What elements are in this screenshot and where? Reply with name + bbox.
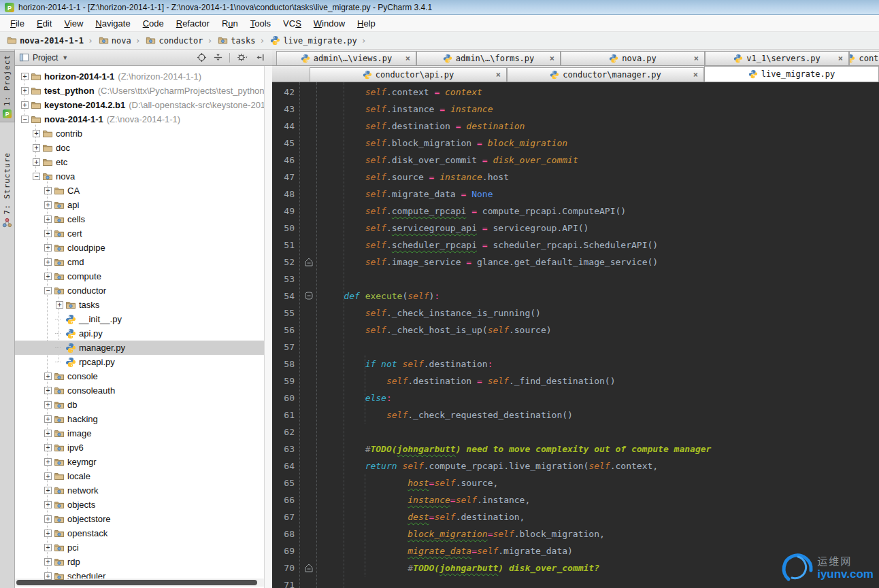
tab-conductor-manager.py[interactable]: conductor\manager.py× <box>507 67 704 82</box>
gutter-line-number[interactable]: 57 <box>272 339 299 356</box>
gutter-line-number[interactable]: 43 <box>272 101 299 118</box>
tree-item-network[interactable]: +network <box>15 483 264 498</box>
tab-admin---views.py[interactable]: admin\…\views.py× <box>276 51 416 65</box>
expand-toggle-collapsed[interactable]: + <box>21 73 29 80</box>
expand-toggle-collapsed[interactable]: + <box>44 415 52 423</box>
menu-item-navigate[interactable]: Navigate <box>89 16 136 31</box>
expand-toggle-collapsed[interactable]: + <box>44 230 52 237</box>
expand-toggle-collapsed[interactable]: + <box>56 301 63 309</box>
code-line-63[interactable]: #TODO(johngarbutt) need to move complexi… <box>317 440 879 457</box>
tree-item-__init__.py[interactable]: __init__.py <box>15 312 264 326</box>
tree-item-cells[interactable]: +cells <box>15 212 264 226</box>
expand-toggle-collapsed[interactable]: + <box>44 515 52 523</box>
menu-item-edit[interactable]: Edit <box>31 16 58 31</box>
dropdown-caret-icon[interactable]: ▼ <box>62 54 68 61</box>
expand-toggle-collapsed[interactable]: + <box>44 201 52 209</box>
expand-toggle-collapsed[interactable]: + <box>44 187 52 194</box>
expand-toggle-collapsed[interactable]: + <box>33 158 40 166</box>
code-line-56[interactable]: self._check_host_is_up(self.source) <box>317 322 879 339</box>
expand-toggle-collapsed[interactable]: + <box>44 487 52 494</box>
code-line-46[interactable]: self.disk_over_commit = disk_over_commit <box>317 152 879 169</box>
tree-horizontal-scrollbar[interactable] <box>15 578 264 587</box>
menu-item-code[interactable]: Code <box>137 16 170 31</box>
gutter-line-number[interactable]: 65 <box>272 474 299 491</box>
gutter-line-number[interactable]: 63 <box>272 440 299 457</box>
code-line-60[interactable]: else: <box>317 390 879 407</box>
code-line-66[interactable]: instance=self.instance, <box>317 491 879 508</box>
expand-toggle-collapsed[interactable]: + <box>44 544 52 551</box>
gutter-line-number[interactable]: 66 <box>272 491 299 508</box>
expand-toggle-collapsed[interactable]: + <box>44 558 52 566</box>
tree-item-cmd[interactable]: +cmd <box>15 255 264 269</box>
tree-item-ipv6[interactable]: +ipv6 <box>15 440 264 455</box>
close-icon[interactable]: × <box>694 54 699 63</box>
expand-toggle-collapsed[interactable]: + <box>44 501 52 508</box>
gutter-line-number[interactable]: 62 <box>272 423 299 440</box>
fold-end-icon[interactable] <box>305 564 313 574</box>
gutter-line-number[interactable]: 49 <box>272 203 299 220</box>
tree-item-console[interactable]: +console <box>15 369 264 383</box>
tab-v1_1-servers.py[interactable]: v1_1\servers.py× <box>705 51 849 65</box>
gutter-line-number[interactable]: 44 <box>272 118 299 135</box>
fold-end-icon[interactable] <box>305 258 313 269</box>
menu-item-refactor[interactable]: Refactor <box>170 16 216 31</box>
gutter-line-number[interactable]: 56 <box>272 322 299 339</box>
code-line-49[interactable]: self.compute_rpcapi = compute_rpcapi.Com… <box>317 203 879 220</box>
gutter-line-number[interactable]: 51 <box>272 237 299 254</box>
expand-toggle-collapsed[interactable]: + <box>44 401 52 409</box>
code-line-54[interactable]: def execute(self): <box>317 288 879 305</box>
menu-item-window[interactable]: Window <box>308 16 351 31</box>
tree-item-horizon-2014-1-1[interactable]: +horizon-2014-1-1(Z:\horizon-2014-1-1) <box>15 69 264 84</box>
expand-toggle-expanded[interactable]: − <box>21 116 29 123</box>
gutter-line-number[interactable]: 68 <box>272 525 299 542</box>
code-line-59[interactable]: self.destination = self._find_destinatio… <box>317 373 879 390</box>
tree-item-locale[interactable]: +locale <box>15 469 264 483</box>
tab-contr[interactable]: contr <box>849 51 879 65</box>
gutter-line-number[interactable]: 55 <box>272 305 299 322</box>
tree-item-rpcapi.py[interactable]: rpcapi.py <box>15 355 264 369</box>
tree-item-CA[interactable]: +CA <box>15 184 264 198</box>
tab-conductor-api.py[interactable]: conductor\api.py× <box>310 67 507 82</box>
breadcrumb-item-conductor[interactable]: conductor <box>144 35 203 46</box>
collapse-all-icon[interactable] <box>213 52 223 63</box>
gutter-line-number[interactable]: 42 <box>272 84 299 101</box>
code-line-62[interactable] <box>317 423 879 440</box>
expand-toggle-collapsed[interactable]: + <box>44 373 52 380</box>
gutter-line-number[interactable]: 71 <box>272 576 299 588</box>
tree-item-manager.py[interactable]: manager.py <box>15 341 264 355</box>
gutter-line-number[interactable]: 64 <box>272 457 299 474</box>
tool-button-structure[interactable]: 7: Structure <box>0 150 15 230</box>
gutter-line-number[interactable]: 54 <box>272 288 299 305</box>
tree-item-test_python[interactable]: +test_python(C:\Users\ttx\PycharmProject… <box>15 84 264 98</box>
gutter-line-number[interactable]: 67 <box>272 508 299 525</box>
scrollbar-thumb[interactable] <box>16 580 257 585</box>
gutter-line-number[interactable]: 58 <box>272 356 299 373</box>
menu-item-run[interactable]: Run <box>216 16 244 31</box>
code-line-51[interactable]: self.scheduler_rpcapi = scheduler_rpcapi… <box>317 237 879 254</box>
panel-splitter[interactable] <box>264 66 272 588</box>
expand-toggle-collapsed[interactable]: + <box>33 144 40 152</box>
editor-gutter[interactable]: 4243444546474849505152535455565758596061… <box>272 84 299 588</box>
code-line-61[interactable]: self._check_requested_destination() <box>317 407 879 423</box>
expand-toggle-expanded[interactable]: − <box>44 287 52 294</box>
tree-item-tasks[interactable]: +tasks <box>15 298 264 312</box>
tree-item-cloudpipe[interactable]: +cloudpipe <box>15 241 264 255</box>
tree-item-nova[interactable]: −nova <box>15 169 264 184</box>
code-line-52[interactable]: self.image_service = glance.get_default_… <box>317 254 879 271</box>
gutter-line-number[interactable]: 60 <box>272 390 299 407</box>
fold-collapse-icon[interactable] <box>305 292 313 302</box>
tree-item-doc[interactable]: +doc <box>15 141 264 155</box>
menu-item-help[interactable]: Help <box>351 16 382 31</box>
code-line-48[interactable]: self.migrate_data = None <box>317 186 879 203</box>
code-line-50[interactable]: self.servicegroup_api = servicegroup.API… <box>317 220 879 237</box>
expand-toggle-collapsed[interactable]: + <box>44 530 52 537</box>
code-line-55[interactable]: self._check_instance_is_running() <box>317 305 879 322</box>
menu-item-tools[interactable]: Tools <box>244 16 277 31</box>
code-editor[interactable]: 4243444546474849505152535455565758596061… <box>272 82 879 588</box>
tree-item-conductor[interactable]: −conductor <box>15 283 264 298</box>
tree-item-objectstore[interactable]: +objectstore <box>15 512 264 526</box>
code-line-43[interactable]: self.instance = instance <box>317 101 879 118</box>
tree-item-hacking[interactable]: +hacking <box>15 412 264 426</box>
menu-item-vcs[interactable]: VCS <box>277 16 308 31</box>
code-line-64[interactable]: return self.compute_rpcapi.live_migratio… <box>317 457 879 474</box>
